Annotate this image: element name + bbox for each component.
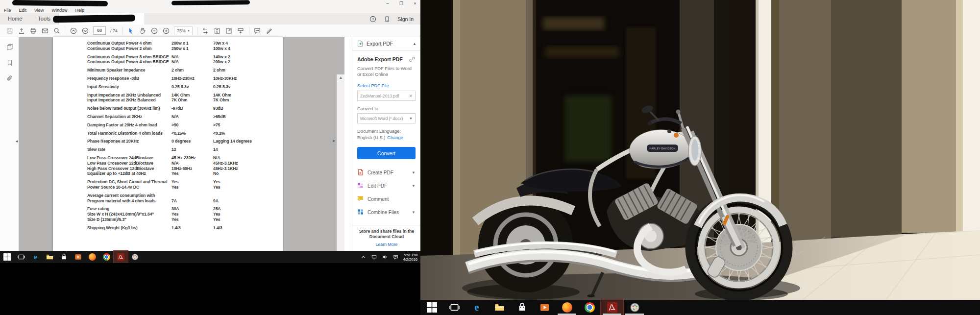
share-upload-icon[interactable] (18, 27, 25, 34)
chevron-up-icon[interactable]: ▲ (413, 42, 416, 46)
tab-home[interactable]: Home (0, 13, 30, 24)
export-pdf-header[interactable]: Export PDF ▲ (352, 37, 420, 50)
select-pdf-file-link[interactable]: Select PDF File (357, 83, 416, 88)
spec-row: Phase Response at 20KHz0 degreesLagging … (53, 139, 283, 144)
mobile-device-icon[interactable] (383, 15, 391, 23)
taskbar-paint-icon[interactable] (623, 300, 646, 315)
fill-sign-icon[interactable] (266, 27, 273, 34)
menu-edit[interactable]: Edit (15, 8, 31, 13)
taskbar-start-icon[interactable] (0, 251, 14, 263)
save-icon[interactable] (6, 27, 13, 34)
sign-in-button[interactable]: Sign In (397, 16, 414, 22)
clear-file-icon[interactable]: ✕ (409, 94, 413, 98)
panel-tool-create-pdf[interactable]: Create PDF▼ (357, 166, 416, 179)
panel-tool-combine-files[interactable]: Combine Files▼ (357, 206, 416, 219)
menu-bar: FileEditViewWindowHelp (0, 7, 420, 13)
taskbar-movies-icon[interactable] (533, 300, 556, 315)
spec-cell: 45-Hz-230Hz (172, 155, 213, 161)
panel-tool-label: Create PDF (368, 170, 393, 175)
taskbar-start-icon[interactable] (420, 300, 443, 315)
taskbar-taskview-icon[interactable] (14, 251, 28, 263)
search-icon[interactable] (53, 27, 60, 34)
spec-cell: Size W x H (243x41.8mm)/9"x1.64" (87, 212, 172, 217)
scroll-up-arrow[interactable]: ▲ (337, 75, 344, 80)
spec-cell: Yes (172, 212, 213, 217)
tray-clock[interactable]: 5:51 PM 4/2/2016 (403, 253, 417, 262)
minimize-button[interactable]: – (384, 1, 391, 6)
panel-tool-comment[interactable]: Comment (357, 193, 416, 206)
taskbar-explorer-icon[interactable] (43, 251, 57, 263)
zoom-in-icon[interactable] (162, 27, 170, 34)
spec-row: Fuse rating30A25A (53, 206, 283, 212)
menu-help[interactable]: Help (71, 8, 88, 13)
taskbar-chrome-icon[interactable] (578, 300, 601, 315)
close-button[interactable]: × (412, 1, 418, 6)
pdf-page: Continuous Output Power 4 ohm200w x 170w… (53, 37, 283, 251)
zoom-level-dropdown[interactable]: 75%▾ (174, 26, 193, 35)
bookmarks-icon[interactable] (6, 59, 13, 66)
spec-cell: Yes (213, 212, 220, 217)
volume-icon[interactable] (381, 253, 389, 261)
panel-tool-edit-pdf[interactable]: Edit PDF▼ (357, 179, 416, 193)
menu-window[interactable]: Window (48, 8, 71, 13)
taskbar-explorer-icon[interactable] (488, 300, 511, 315)
spec-cell: -97dB (172, 106, 213, 111)
selected-file-box[interactable]: ZedManual-2013.pdf ✕ (357, 91, 416, 101)
spec-row: Input Impedance at 2KHz Balanced7K Ohm7K… (53, 97, 283, 103)
comment-tool-icon[interactable] (254, 27, 261, 34)
help-icon[interactable]: ? (369, 15, 376, 23)
taskbar-firefox-icon[interactable] (556, 300, 578, 315)
vertical-scrollbar[interactable]: ▲ ▼ (337, 74, 344, 263)
menu-file[interactable]: File (0, 8, 15, 13)
convert-button[interactable]: Convert (357, 147, 416, 159)
spec-cell: 14K Ohm (172, 93, 213, 98)
zoom-out-icon[interactable] (150, 27, 158, 34)
fullscreen-icon[interactable] (225, 27, 233, 34)
change-language-link[interactable]: Change (387, 135, 403, 140)
taskbar-acrobat-icon[interactable] (114, 251, 128, 263)
spec-cell: 7K Ohm (213, 97, 229, 103)
tab-document[interactable] (58, 13, 145, 24)
page-number-input[interactable]: 68 (93, 26, 106, 35)
selected-file-name: ZedManual-2013.pdf (360, 94, 409, 98)
spec-row: Continuous Output Power 2 ohm250w x 1100… (53, 46, 283, 51)
taskbar-firefox-icon[interactable] (85, 251, 99, 263)
read-mode-icon[interactable] (237, 27, 245, 34)
network-icon[interactable] (370, 253, 378, 261)
attachments-icon[interactable] (6, 74, 13, 82)
taskbar-store-icon[interactable] (511, 300, 533, 315)
fit-page-icon[interactable] (214, 27, 221, 34)
spec-cell: N/A (172, 114, 213, 120)
menu-view[interactable]: View (30, 8, 48, 13)
motorcycle-wallpaper: HARLEY-DAVIDSON (420, 0, 980, 300)
chevron-down-icon: ▼ (412, 210, 416, 215)
next-page-icon[interactable] (81, 27, 89, 34)
print-icon[interactable] (29, 27, 37, 34)
restore-button[interactable]: ❐ (398, 1, 405, 6)
taskbar-chrome-icon[interactable] (99, 251, 114, 263)
page-thumbnails-icon[interactable] (6, 43, 13, 50)
taskbar-store-icon[interactable] (57, 251, 71, 263)
taskbar-acrobat-icon[interactable] (601, 300, 623, 315)
spec-row: Low Pass Crossover 12dB/octaveN/A45Hz-3.… (53, 161, 283, 166)
select-tool-icon[interactable] (127, 27, 134, 34)
taskbar-taskview-icon[interactable] (443, 300, 466, 315)
taskbar-edge-icon[interactable]: e (28, 251, 43, 263)
convert-format-dropdown[interactable]: Microsoft Word (*.docx) ▼ (357, 113, 416, 123)
spec-cell: Yes (213, 179, 220, 185)
taskbar-edge-icon[interactable]: e (466, 300, 488, 315)
previous-page-icon[interactable] (70, 27, 77, 34)
hand-tool-icon[interactable] (139, 27, 146, 34)
learn-more-link[interactable]: Learn More (355, 242, 418, 247)
spec-cell: 100w x 4 (213, 46, 230, 51)
spec-cell: 70w x 4 (213, 41, 228, 46)
collapse-sidebar-arrow[interactable]: ◄ (15, 139, 19, 144)
action-center-icon[interactable] (392, 253, 399, 261)
taskbar-paint-icon[interactable] (128, 251, 142, 263)
email-icon[interactable] (41, 27, 49, 34)
expand-panel-arrow[interactable]: ► (332, 139, 336, 143)
scrolling-view-icon[interactable] (202, 27, 209, 34)
tray-chevron-icon[interactable] (360, 253, 367, 261)
taskbar-movies-icon[interactable] (71, 251, 85, 263)
spec-cell: N/A (172, 59, 213, 65)
